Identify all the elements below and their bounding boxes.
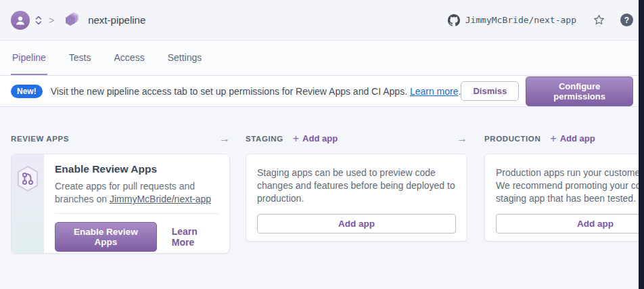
chevron-up-down-icon: [35, 15, 42, 26]
user-avatar[interactable]: [11, 11, 30, 30]
staging-description: Staging apps can be used to preview code…: [257, 166, 456, 205]
tab-access[interactable]: Access: [113, 41, 146, 75]
staging-add-app-link[interactable]: + Add app: [293, 133, 338, 144]
plus-icon: +: [293, 133, 299, 144]
github-repo-label: JimmyMcBride/next-app: [465, 15, 576, 25]
column-review-apps: REVIEW APPS → Enable Review Apps Create: [11, 133, 230, 254]
pipeline-icon: [61, 12, 81, 29]
pull-request-hexagon-icon: [16, 165, 40, 192]
review-desc-line2-prefix: branches on: [55, 194, 110, 204]
learn-more-link[interactable]: Learn more: [410, 86, 459, 97]
new-badge: New!: [11, 85, 43, 98]
announcement-banner: New! Visit the new pipeline access tab t…: [0, 76, 644, 107]
pipeline-board: REVIEW APPS → Enable Review Apps Create: [0, 107, 644, 254]
pipeline-tabbar: Pipeline Tests Access Settings: [0, 41, 644, 76]
learn-more-button[interactable]: Learn More: [172, 226, 218, 248]
arrow-right-icon: →: [457, 133, 467, 144]
context-switcher[interactable]: [35, 15, 42, 26]
person-icon: [15, 15, 26, 26]
star-icon: [593, 14, 605, 26]
review-apps-column-title: REVIEW APPS: [11, 135, 69, 143]
production-add-app-link[interactable]: + Add app: [550, 133, 595, 144]
staging-add-app-button[interactable]: Add app: [257, 214, 456, 234]
enable-review-apps-button[interactable]: Enable Review Apps: [55, 222, 157, 252]
column-production: PRODUCTION + Add app Production apps run…: [484, 133, 644, 254]
banner-message-text: Visit the new pipeline access tab to set…: [51, 86, 407, 97]
repo-inline-link[interactable]: JimmyMcBride/next-app: [110, 194, 211, 204]
plus-icon: +: [550, 133, 556, 144]
question-mark-icon: ?: [624, 16, 629, 25]
staging-column-title: STAGING: [246, 135, 283, 143]
staging-card: Staging apps can be used to preview code…: [246, 154, 467, 242]
production-column-title: PRODUCTION: [484, 135, 540, 143]
favorite-star-button[interactable]: [593, 14, 605, 26]
dismiss-button[interactable]: Dismiss: [461, 81, 519, 101]
breadcrumb-separator: >: [49, 15, 54, 26]
enable-review-apps-card: Enable Review Apps Create apps for pull …: [11, 154, 230, 254]
review-card-accent-strip: [12, 154, 44, 253]
review-card-description: Create apps for pull requests and branch…: [55, 180, 218, 206]
help-button[interactable]: ?: [620, 14, 633, 26]
screen-edge: [639, 0, 644, 289]
production-card: Production apps run your customer facing…: [484, 154, 644, 242]
production-add-app-label: Add app: [560, 133, 595, 143]
staging-add-app-label: Add app: [302, 133, 338, 143]
production-add-app-button[interactable]: Add app: [496, 214, 644, 234]
app-header: > next-pipeline JimmyMcBride/next-app ?: [0, 0, 644, 41]
tab-settings[interactable]: Settings: [166, 41, 204, 75]
review-card-divider: [55, 213, 218, 214]
github-repo-link[interactable]: JimmyMcBride/next-app: [448, 14, 576, 26]
production-description: Production apps run your customer facing…: [496, 166, 644, 205]
github-icon: [448, 14, 460, 26]
configure-permissions-button[interactable]: Configure permissions: [526, 76, 633, 106]
review-desc-line1: Create apps for pull requests and: [55, 181, 195, 192]
arrow-right-icon: →: [219, 133, 230, 144]
tab-pipeline[interactable]: Pipeline: [11, 41, 47, 75]
review-card-title: Enable Review Apps: [55, 163, 218, 175]
pipeline-name: next-pipeline: [88, 14, 145, 26]
column-staging: STAGING + Add app → Staging apps can be …: [246, 133, 467, 254]
banner-message: Visit the new pipeline access tab to set…: [51, 86, 461, 97]
tab-tests[interactable]: Tests: [68, 41, 93, 75]
